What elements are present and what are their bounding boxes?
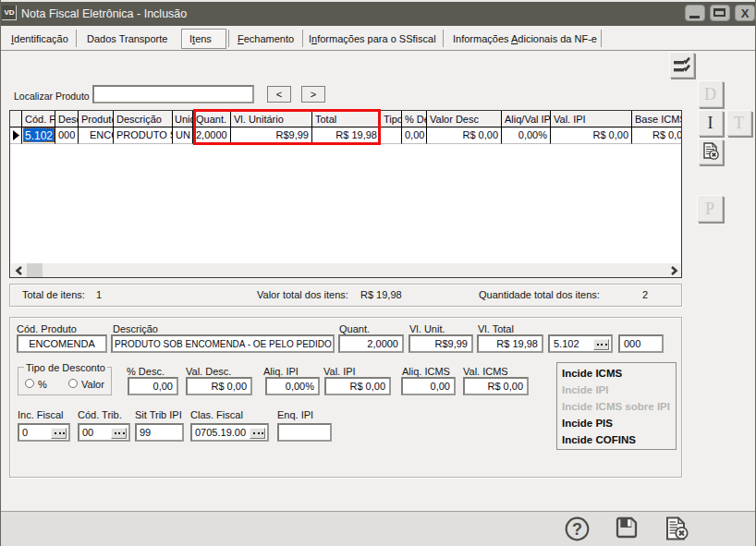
svg-text:?: ?	[572, 520, 582, 539]
